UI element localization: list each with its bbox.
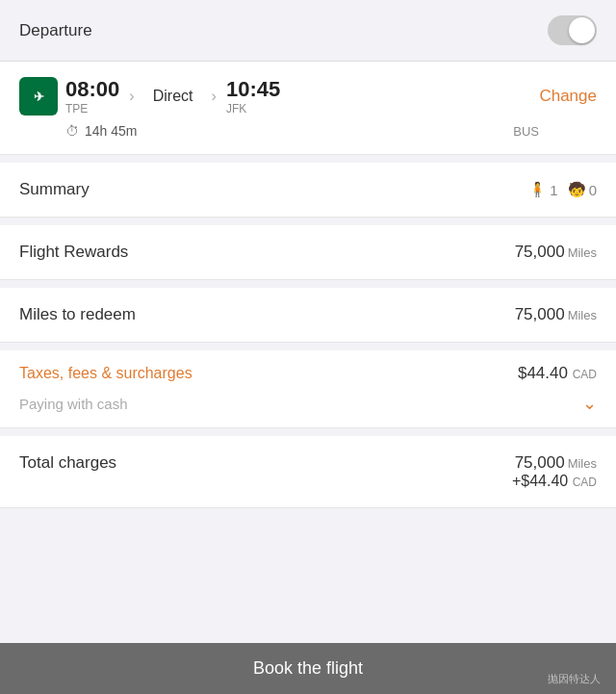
arrival-airport: JFK: [226, 102, 280, 116]
toggle-knob: [569, 17, 595, 43]
flight-rewards-section: Flight Rewards 75,000Miles: [0, 225, 616, 280]
miles-redeem-unit: Miles: [568, 308, 597, 322]
total-row: Total charges 75,000Miles +$44.40 CAD: [0, 436, 616, 507]
flight-type: Direct: [144, 88, 202, 105]
child-person: 🧒 0: [568, 181, 597, 198]
total-section: Total charges 75,000Miles +$44.40 CAD: [0, 436, 616, 508]
paying-chevron-down[interactable]: ⌄: [582, 393, 597, 414]
divider-4: [0, 343, 616, 350]
child-count: 0: [589, 182, 597, 198]
arrival-time-block: 10:45 JFK: [226, 77, 280, 116]
summary-icons: 🧍 1 🧒 0: [528, 181, 597, 198]
taxes-currency: CAD: [573, 368, 597, 381]
taxes-amount: $44.40: [518, 364, 568, 382]
flight-rewards-label: Flight Rewards: [19, 243, 128, 262]
departure-time-block: 08:00 TPE: [65, 77, 119, 116]
departure-airport: TPE: [65, 102, 119, 116]
total-value: 75,000Miles +$44.40 CAD: [512, 453, 597, 490]
summary-row: Summary 🧍 1 🧒 0: [0, 163, 616, 217]
departure-time: 08:00: [65, 77, 119, 102]
airline-logo: ✈: [19, 77, 58, 116]
taxes-row: Taxes, fees & surcharges $44.40 CAD: [0, 350, 616, 389]
airline-logo-icon: ✈: [25, 83, 52, 110]
divider-3: [0, 280, 616, 288]
departure-toggle[interactable]: [548, 15, 597, 45]
taxes-section: Taxes, fees & surcharges $44.40 CAD Payi…: [0, 350, 616, 428]
watermark: 抛因特达人: [548, 672, 601, 686]
flight-duration: 14h 45m: [85, 123, 137, 139]
taxes-value: $44.40 CAD: [518, 364, 597, 383]
miles-redeem-value: 75,000Miles: [515, 305, 597, 324]
clock-icon: ⏱: [65, 123, 79, 139]
adult-person: 🧍 1: [528, 181, 557, 198]
bottom-bar: Book the flight 抛因特达人: [0, 643, 616, 694]
spacer: [0, 508, 616, 643]
divider-1: [0, 155, 616, 163]
flight-rewards-value: 75,000Miles: [515, 243, 597, 262]
summary-section: Summary 🧍 1 🧒 0: [0, 163, 616, 218]
total-miles-amount: 75,000: [515, 453, 565, 472]
route-chevron-2: ›: [208, 88, 220, 105]
paying-row: Paying with cash ⌄: [0, 389, 616, 427]
adult-icon: 🧍: [528, 181, 547, 198]
divider-5: [0, 428, 616, 436]
bus-badge: BUS: [513, 124, 539, 139]
adult-count: 1: [550, 182, 557, 198]
miles-redeem-amount: 75,000: [515, 305, 565, 323]
arrival-time: 10:45: [226, 77, 280, 102]
divider-2: [0, 218, 616, 225]
paying-label: Paying with cash: [19, 396, 128, 412]
miles-redeem-label: Miles to redeem: [19, 305, 136, 324]
svg-text:✈: ✈: [34, 90, 44, 104]
total-cash-currency: CAD: [573, 476, 597, 489]
total-cash: +$44.40 CAD: [512, 473, 597, 490]
book-flight-button[interactable]: Book the flight: [253, 658, 363, 679]
total-miles-unit: Miles: [568, 456, 597, 471]
total-label: Total charges: [19, 453, 116, 473]
miles-redeem-row: Miles to redeem 75,000Miles: [0, 288, 616, 342]
flight-card: ✈ 08:00 TPE › Direct › 10:45 JFK Change …: [0, 62, 616, 155]
taxes-label: Taxes, fees & surcharges: [19, 365, 192, 382]
flight-meta: ⏱ 14h 45m BUS: [65, 123, 597, 139]
flight-times: 08:00 TPE › Direct › 10:45 JFK: [65, 77, 531, 116]
flight-rewards-amount: 75,000: [515, 243, 565, 261]
flight-rewards-unit: Miles: [568, 245, 597, 260]
child-icon: 🧒: [568, 181, 586, 198]
departure-header: Departure: [0, 0, 616, 62]
flight-rewards-row: Flight Rewards 75,000Miles: [0, 225, 616, 279]
total-miles: 75,000Miles: [512, 453, 597, 473]
route-chevron-1: ›: [125, 88, 138, 105]
flight-row: ✈ 08:00 TPE › Direct › 10:45 JFK Change: [19, 77, 597, 116]
departure-title: Departure: [19, 21, 92, 40]
miles-redeem-section: Miles to redeem 75,000Miles: [0, 288, 616, 343]
total-cash-amount: +$44.40: [512, 473, 568, 489]
change-button[interactable]: Change: [539, 87, 597, 106]
summary-label: Summary: [19, 180, 90, 199]
